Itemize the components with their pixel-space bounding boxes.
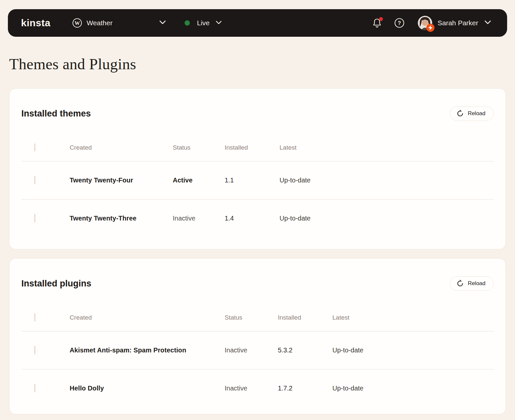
reload-icon (457, 110, 464, 117)
row-checkbox[interactable] (34, 214, 35, 222)
status-badge: Inactive (225, 346, 278, 354)
column-header-installed: Installed (225, 144, 280, 151)
installed-plugins-card: Installed plugins Reload Created Status … (9, 258, 506, 414)
help-button[interactable]: ? (394, 18, 405, 28)
notification-badge-dot (379, 17, 383, 21)
status-badge: Active (173, 177, 225, 184)
column-header-status: Status (225, 314, 278, 321)
chevron-down-icon (215, 20, 222, 26)
column-header-installed: Installed (278, 314, 332, 321)
site-selector-label: Weather (87, 19, 159, 27)
installed-version: 1.4 (225, 215, 280, 222)
wordpress-icon: W (72, 18, 82, 28)
chevron-down-icon[interactable] (484, 20, 491, 26)
row-checkbox[interactable] (34, 384, 35, 392)
installed-version: 1.7.2 (278, 385, 332, 392)
latest-version: Up-to-date (280, 177, 494, 184)
user-avatar[interactable] (418, 16, 432, 30)
installed-version: 5.3.2 (278, 346, 332, 354)
themes-section-title: Installed themes (21, 109, 91, 119)
plugins-table-header: Created Status Installed Latest (21, 304, 494, 331)
select-all-checkbox[interactable] (34, 143, 35, 152)
svg-text:?: ? (398, 20, 401, 26)
table-row: Hello Dolly Inactive 1.7.2 Up-to-date (21, 369, 494, 407)
environment-label: Live (197, 19, 210, 27)
latest-version: Up-to-date (280, 215, 494, 222)
plugins-reload-button[interactable]: Reload (450, 276, 494, 291)
latest-version: Up-to-date (332, 385, 494, 392)
svg-text:W: W (75, 20, 80, 26)
theme-name: Twenty Twenty-Four (70, 177, 173, 184)
table-row: Akismet Anti-spam: Spam Protection Inact… (21, 331, 494, 369)
installed-themes-card: Installed themes Reload Created Status I… (9, 88, 506, 249)
page-title: Themes and Plugins (9, 55, 506, 73)
kinsta-logo[interactable]: kinsta (21, 17, 51, 29)
navbar-right-section: ? Sarah Parker (372, 16, 491, 30)
user-menu[interactable]: Sarah Parker (437, 19, 478, 27)
themes-table-header: Created Status Installed Latest (21, 134, 494, 161)
plugins-card-header: Installed plugins Reload (21, 259, 494, 304)
notifications-button[interactable] (372, 18, 382, 28)
plugin-name: Akismet Anti-spam: Spam Protection (70, 346, 225, 354)
help-icon: ? (394, 18, 405, 28)
column-header-latest: Latest (332, 314, 494, 321)
reload-icon (457, 280, 464, 287)
installed-version: 1.1 (225, 177, 280, 184)
reload-button-label: Reload (468, 110, 485, 117)
column-header-status: Status (173, 144, 225, 151)
reload-button-label: Reload (468, 280, 485, 287)
live-status-dot (185, 20, 190, 26)
environment-selector-dropdown[interactable]: Live (185, 19, 222, 27)
table-row: Twenty Twenty-Four Active 1.1 Up-to-date (21, 161, 494, 199)
chevron-down-icon (159, 20, 166, 26)
select-all-checkbox[interactable] (34, 313, 35, 322)
column-header-created: Created (70, 314, 225, 321)
lightning-badge-icon (426, 24, 435, 32)
plugin-name: Hello Dolly (70, 385, 225, 392)
status-badge: Inactive (173, 215, 225, 222)
row-checkbox[interactable] (34, 346, 35, 354)
column-header-created: Created (70, 144, 173, 151)
themes-card-header: Installed themes Reload (21, 89, 494, 134)
table-row: Twenty Twenty-Three Inactive 1.4 Up-to-d… (21, 199, 494, 237)
site-selector-dropdown[interactable]: W Weather (72, 18, 166, 28)
top-navbar: kinsta W Weather Live (8, 9, 507, 37)
row-checkbox[interactable] (34, 176, 35, 184)
plugins-section-title: Installed plugins (21, 279, 91, 289)
theme-name: Twenty Twenty-Three (70, 215, 173, 222)
themes-reload-button[interactable]: Reload (450, 106, 494, 121)
latest-version: Up-to-date (332, 346, 494, 354)
status-badge: Inactive (225, 385, 278, 392)
column-header-latest: Latest (280, 144, 494, 151)
